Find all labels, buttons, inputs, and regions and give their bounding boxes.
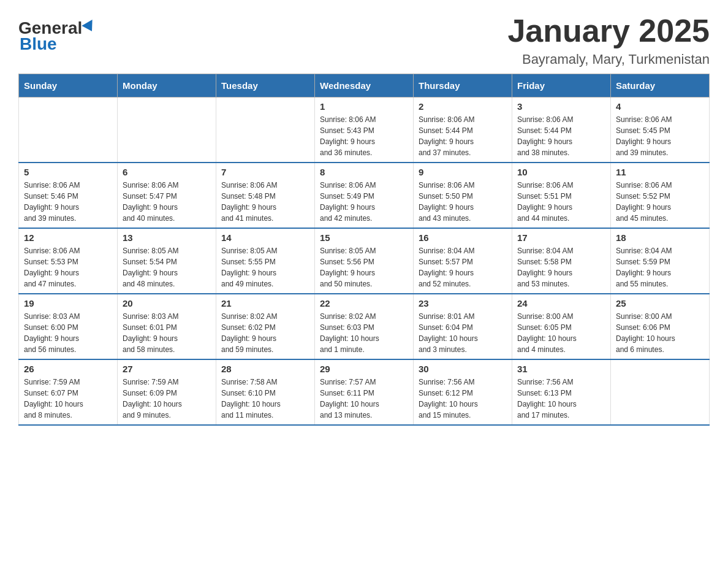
calendar-cell: 17Sunrise: 8:04 AM Sunset: 5:58 PM Dayli… [512,228,611,294]
day-number: 17 [517,232,605,243]
calendar-header-row: SundayMondayTuesdayWednesdayThursdayFrid… [19,74,710,98]
day-info: Sunrise: 8:06 AM Sunset: 5:44 PM Dayligh… [419,114,507,158]
calendar-week-1: 1Sunrise: 8:06 AM Sunset: 5:43 PM Daylig… [19,98,710,163]
page-title: January 2025 [507,12,710,49]
calendar-cell: 1Sunrise: 8:06 AM Sunset: 5:43 PM Daylig… [315,98,414,163]
day-number: 2 [419,101,507,112]
calendar-cell: 14Sunrise: 8:05 AM Sunset: 5:55 PM Dayli… [216,228,315,294]
calendar-header-friday: Friday [512,74,611,98]
day-number: 8 [320,167,408,177]
calendar-cell [216,98,315,163]
day-info: Sunrise: 8:06 AM Sunset: 5:43 PM Dayligh… [320,114,408,158]
calendar-cell: 22Sunrise: 8:02 AM Sunset: 6:03 PM Dayli… [315,294,414,359]
logo: General Blue [18,18,96,54]
calendar-week-5: 26Sunrise: 7:59 AM Sunset: 6:07 PM Dayli… [19,359,710,425]
day-info: Sunrise: 8:00 AM Sunset: 6:06 PM Dayligh… [616,311,704,355]
calendar-cell [611,359,710,425]
calendar-cell: 21Sunrise: 8:02 AM Sunset: 6:02 PM Dayli… [216,294,315,359]
day-number: 27 [123,364,211,374]
calendar-cell: 26Sunrise: 7:59 AM Sunset: 6:07 PM Dayli… [19,359,118,425]
calendar-header-wednesday: Wednesday [315,74,414,98]
day-number: 25 [616,298,704,308]
day-number: 11 [616,167,704,177]
day-info: Sunrise: 8:03 AM Sunset: 6:01 PM Dayligh… [123,311,211,355]
calendar-header-saturday: Saturday [611,74,710,98]
calendar-cell [19,98,118,163]
day-number: 14 [221,232,309,243]
day-info: Sunrise: 7:58 AM Sunset: 6:10 PM Dayligh… [221,377,309,421]
day-info: Sunrise: 8:00 AM Sunset: 6:05 PM Dayligh… [517,311,605,355]
calendar-cell: 12Sunrise: 8:06 AM Sunset: 5:53 PM Dayli… [19,228,118,294]
day-number: 28 [221,364,309,374]
day-number: 1 [320,101,408,112]
calendar-cell [118,98,216,163]
day-info: Sunrise: 8:06 AM Sunset: 5:44 PM Dayligh… [517,114,605,158]
day-info: Sunrise: 8:06 AM Sunset: 5:51 PM Dayligh… [517,180,605,224]
day-number: 5 [24,167,112,177]
calendar-header-sunday: Sunday [19,74,118,98]
calendar-cell: 28Sunrise: 7:58 AM Sunset: 6:10 PM Dayli… [216,359,315,425]
day-number: 10 [517,167,605,177]
calendar-cell: 19Sunrise: 8:03 AM Sunset: 6:00 PM Dayli… [19,294,118,359]
calendar-cell: 11Sunrise: 8:06 AM Sunset: 5:52 PM Dayli… [611,163,710,228]
calendar-week-2: 5Sunrise: 8:06 AM Sunset: 5:46 PM Daylig… [19,163,710,228]
calendar-cell: 2Sunrise: 8:06 AM Sunset: 5:44 PM Daylig… [414,98,512,163]
day-number: 29 [320,364,408,374]
calendar-cell: 31Sunrise: 7:56 AM Sunset: 6:13 PM Dayli… [512,359,611,425]
day-info: Sunrise: 8:04 AM Sunset: 5:57 PM Dayligh… [419,245,507,289]
day-number: 20 [123,298,211,308]
calendar-cell: 4Sunrise: 8:06 AM Sunset: 5:45 PM Daylig… [611,98,710,163]
day-info: Sunrise: 8:01 AM Sunset: 6:04 PM Dayligh… [419,311,507,355]
day-number: 31 [517,364,605,374]
day-info: Sunrise: 8:06 AM Sunset: 5:46 PM Dayligh… [24,180,112,224]
calendar-cell: 23Sunrise: 8:01 AM Sunset: 6:04 PM Dayli… [414,294,512,359]
day-info: Sunrise: 8:05 AM Sunset: 5:56 PM Dayligh… [320,245,408,289]
calendar-cell: 16Sunrise: 8:04 AM Sunset: 5:57 PM Dayli… [414,228,512,294]
calendar-week-3: 12Sunrise: 8:06 AM Sunset: 5:53 PM Dayli… [19,228,710,294]
day-info: Sunrise: 8:03 AM Sunset: 6:00 PM Dayligh… [24,311,112,355]
calendar-header-monday: Monday [118,74,216,98]
calendar-cell: 8Sunrise: 8:06 AM Sunset: 5:49 PM Daylig… [315,163,414,228]
day-number: 7 [221,167,309,177]
calendar-cell: 7Sunrise: 8:06 AM Sunset: 5:48 PM Daylig… [216,163,315,228]
logo-blue-text: Blue [20,34,57,54]
calendar-cell: 29Sunrise: 7:57 AM Sunset: 6:11 PM Dayli… [315,359,414,425]
calendar-cell: 18Sunrise: 8:04 AM Sunset: 5:59 PM Dayli… [611,228,710,294]
page-header: General Blue January 2025 Bayramaly, Mar… [18,12,710,67]
day-number: 30 [419,364,507,374]
day-info: Sunrise: 8:06 AM Sunset: 5:49 PM Dayligh… [320,180,408,224]
day-info: Sunrise: 8:06 AM Sunset: 5:50 PM Dayligh… [419,180,507,224]
day-info: Sunrise: 8:04 AM Sunset: 5:59 PM Dayligh… [616,245,704,289]
day-info: Sunrise: 7:59 AM Sunset: 6:09 PM Dayligh… [123,377,211,421]
day-number: 3 [517,101,605,112]
day-number: 18 [616,232,704,243]
day-number: 26 [24,364,112,374]
day-info: Sunrise: 8:06 AM Sunset: 5:53 PM Dayligh… [24,245,112,289]
day-info: Sunrise: 8:06 AM Sunset: 5:45 PM Dayligh… [616,114,704,158]
day-number: 22 [320,298,408,308]
day-number: 4 [616,101,704,112]
day-info: Sunrise: 8:06 AM Sunset: 5:48 PM Dayligh… [221,180,309,224]
day-number: 6 [123,167,211,177]
day-number: 19 [24,298,112,308]
day-info: Sunrise: 8:02 AM Sunset: 6:02 PM Dayligh… [221,311,309,355]
day-info: Sunrise: 8:04 AM Sunset: 5:58 PM Dayligh… [517,245,605,289]
day-info: Sunrise: 8:05 AM Sunset: 5:55 PM Dayligh… [221,245,309,289]
calendar-cell: 20Sunrise: 8:03 AM Sunset: 6:01 PM Dayli… [118,294,216,359]
day-number: 15 [320,232,408,243]
calendar-cell: 13Sunrise: 8:05 AM Sunset: 5:54 PM Dayli… [118,228,216,294]
calendar-table: SundayMondayTuesdayWednesdayThursdayFrid… [18,74,710,426]
day-number: 12 [24,232,112,243]
day-info: Sunrise: 7:57 AM Sunset: 6:11 PM Dayligh… [320,377,408,421]
day-number: 24 [517,298,605,308]
day-info: Sunrise: 7:56 AM Sunset: 6:12 PM Dayligh… [419,377,507,421]
calendar-cell: 25Sunrise: 8:00 AM Sunset: 6:06 PM Dayli… [611,294,710,359]
calendar-week-4: 19Sunrise: 8:03 AM Sunset: 6:00 PM Dayli… [19,294,710,359]
logo-triangle-icon [82,20,97,34]
calendar-cell: 24Sunrise: 8:00 AM Sunset: 6:05 PM Dayli… [512,294,611,359]
day-info: Sunrise: 8:02 AM Sunset: 6:03 PM Dayligh… [320,311,408,355]
day-info: Sunrise: 7:56 AM Sunset: 6:13 PM Dayligh… [517,377,605,421]
calendar-cell: 10Sunrise: 8:06 AM Sunset: 5:51 PM Dayli… [512,163,611,228]
title-section: January 2025 Bayramaly, Mary, Turkmenist… [507,12,710,67]
day-info: Sunrise: 8:06 AM Sunset: 5:47 PM Dayligh… [123,180,211,224]
